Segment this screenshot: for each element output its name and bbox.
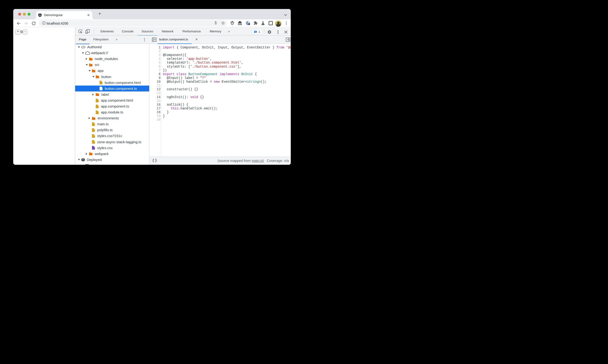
svg-text:OG: OG [238,23,242,25]
